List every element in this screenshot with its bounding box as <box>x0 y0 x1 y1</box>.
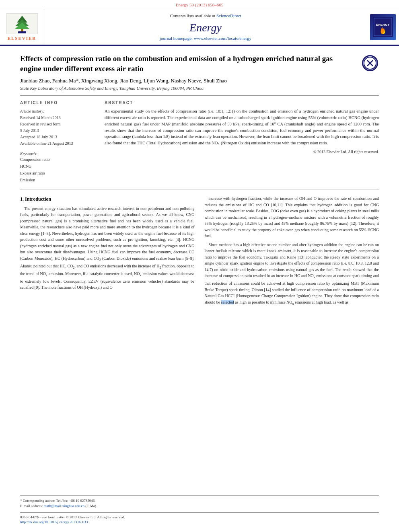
intro-paragraph-3: Since methane has a high effective octan… <box>205 242 379 307</box>
article-content: Effects of compression ratio on the comb… <box>0 46 399 317</box>
intro-paragraph-2: increase with hydrogen fraction, while t… <box>205 195 379 239</box>
elsevier-logo-area: ELSEVIER <box>0 9 44 45</box>
body-col-left: 1. Introduction The present energy situa… <box>20 195 195 309</box>
body-text-col1: The present energy situation has stimula… <box>20 205 195 291</box>
keyword-1: Compression ratio <box>20 156 97 163</box>
svg-rect-5 <box>18 31 26 33</box>
selected-word: selected <box>221 300 234 304</box>
affiliation-line: State Key Laboratory of Automotive Safet… <box>20 86 379 90</box>
history-label: Article history: <box>20 108 97 115</box>
crossmark-icon[interactable] <box>362 55 378 71</box>
abstract-divider <box>20 189 379 189</box>
section-number: 1. <box>20 196 25 202</box>
accepted-date: Accepted 18 July 2013 <box>20 134 97 140</box>
footer-divider-area: 0360-5442/$ – see front matter © 2013 El… <box>20 512 379 524</box>
authors-line: Jianbiao Zhao, Fanhua Ma*, Xingwang Xion… <box>20 78 379 84</box>
section-1-title: 1. Introduction <box>20 195 195 203</box>
energy-logo-box: ENERGY <box>370 14 396 40</box>
available-date: Available online 21 August 2013 <box>20 140 97 147</box>
email-address[interactable]: mafh@mail.tsinghua.edu.cn <box>43 504 84 508</box>
journal-reference-bar: Energy 59 (2013) 658–665 <box>0 0 399 9</box>
article-info-column: ARTICLE INFO Article history: Received 1… <box>20 101 97 183</box>
keyword-3: Excess air ratio <box>20 170 97 177</box>
email-person: (F. Ma). <box>85 504 97 508</box>
section-name: Introduction <box>25 196 51 202</box>
energy-logo-area: ENERGY <box>367 9 399 45</box>
journal-ref-text: Energy 59 (2013) 658–665 <box>176 2 224 7</box>
email-note: E-mail address: mafh@mail.tsinghua.edu.c… <box>20 503 379 509</box>
journal-homepage-url[interactable]: journal homepage: www.elsevier.com/locat… <box>160 36 251 41</box>
revised-label: Received in revised form <box>20 121 97 127</box>
title-section: Effects of compression ratio on the comb… <box>20 54 379 74</box>
info-abstract-columns: ARTICLE INFO Article history: Received 1… <box>20 101 379 183</box>
body-text-col2: increase with hydrogen fraction, while t… <box>205 195 379 306</box>
abstract-heading: ABSTRACT <box>105 101 379 105</box>
doi-link[interactable]: http://dx.doi.org/10.1016/j.energy.2013.… <box>20 520 379 524</box>
journal-title: Energy <box>189 21 222 34</box>
article-page: Energy 59 (2013) 658–665 <box>0 0 399 532</box>
body-col-right: increase with hydrogen fraction, while t… <box>205 195 379 309</box>
keyword-2: HCNG <box>20 163 97 170</box>
keyword-4: Emission <box>20 177 97 183</box>
journal-header: ELSEVIER Contents lists available at Sci… <box>0 9 399 46</box>
article-history-block: Article history: Received 14 March 2013 … <box>20 108 97 147</box>
abstract-text: An experimental study on the effects of … <box>105 108 379 146</box>
elsevier-tree-image <box>6 13 38 34</box>
article-info-heading: ARTICLE INFO <box>20 101 97 105</box>
elsevier-logo: ELSEVIER <box>6 13 38 41</box>
keywords-section: Keywords: Compression ratio HCNG Excess … <box>20 152 97 183</box>
keywords-heading: Keywords: <box>20 152 97 156</box>
crossmark-logo[interactable] <box>361 54 379 72</box>
page-footer: * Corresponding author. Tel./fax: +86 10… <box>20 495 379 524</box>
corresponding-author-note: * Corresponding author. Tel./fax: +86 10… <box>20 498 379 504</box>
issn-line: 0360-5442/$ – see front matter © 2013 El… <box>20 515 379 520</box>
body-columns: 1. Introduction The present energy situa… <box>20 195 379 309</box>
corresponding-author-text: * Corresponding author. Tel./fax: +86 10… <box>20 499 96 503</box>
article-title: Effects of compression ratio on the comb… <box>20 54 355 74</box>
email-label: E-mail address: <box>20 504 43 508</box>
intro-paragraph-1: The present energy situation has stimula… <box>20 205 195 291</box>
sciencedirect-label: Contents lists available at ScienceDirec… <box>170 13 241 18</box>
abstract-column: ABSTRACT An experimental study on the ef… <box>105 101 379 183</box>
elsevier-brand-text: ELSEVIER <box>8 36 37 41</box>
sciencedirect-link-text[interactable]: ScienceDirect <box>216 13 241 18</box>
journal-name-area: Contents lists available at ScienceDirec… <box>44 9 367 45</box>
revised-date: 5 July 2013 <box>20 127 97 134</box>
copyright-line: © 2013 Elsevier Ltd. All rights reserved… <box>105 150 379 154</box>
received-date: Received 14 March 2013 <box>20 115 97 121</box>
title-divider <box>20 95 379 96</box>
svg-text:ENERGY: ENERGY <box>376 23 390 27</box>
